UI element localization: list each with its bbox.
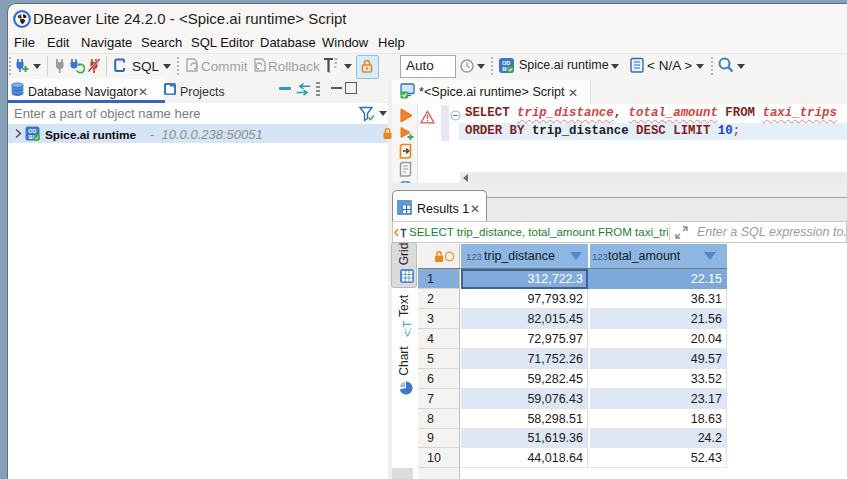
svg-text:OD: OD: [502, 60, 510, 66]
svg-text:OD: OD: [28, 128, 36, 134]
